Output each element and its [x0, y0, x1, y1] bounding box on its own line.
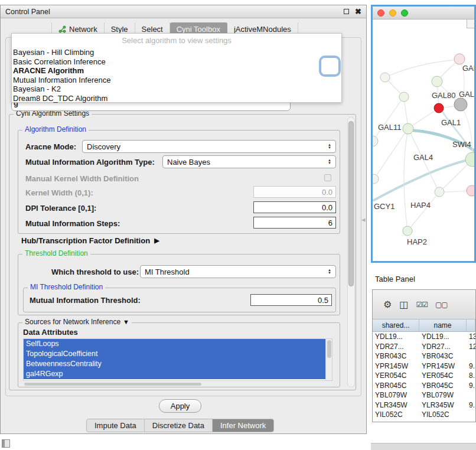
column-selector-icon[interactable]: ◫ — [399, 300, 408, 309]
select-all-icon[interactable]: ☑☑ — [416, 301, 428, 308]
hub-definition-toggle[interactable]: Hub/Transcription Factor Definition ▶ — [21, 236, 159, 245]
network-edge[interactable] — [373, 97, 403, 141]
table-row[interactable]: YDR27... YDR27... 12 — [373, 342, 475, 352]
network-node[interactable] — [403, 226, 412, 236]
network-edge[interactable] — [409, 109, 438, 128]
data-attributes-label: Data Attributes — [23, 328, 78, 337]
settings-gear-icon[interactable]: ⚙ — [383, 300, 392, 309]
algorithm-option[interactable]: Bayesian - Hill Climbing — [12, 48, 341, 57]
cell-name: YPR145W — [419, 361, 467, 371]
tab-discretize-data[interactable]: Discretize Data — [145, 419, 213, 432]
float-window-icon[interactable] — [344, 9, 349, 14]
manual-kernel-label: Manual Kernel Width Definition — [25, 174, 139, 183]
control-panel-title: Control Panel — [5, 8, 50, 16]
network-node[interactable] — [403, 123, 413, 134]
sidebar-toggle-icon[interactable] — [2, 439, 10, 448]
node-label: SWI4 — [452, 140, 471, 149]
cell-value — [467, 351, 475, 361]
scrollbar-thumb[interactable] — [327, 340, 331, 358]
panel-collapse-icon[interactable]: ◂ — [361, 215, 366, 224]
cell-shared-name: YLR345W — [373, 400, 419, 410]
network-edge[interactable] — [374, 129, 407, 178]
deselect-all-icon[interactable]: ▢▢ — [435, 301, 448, 308]
zoom-traffic-light-icon[interactable] — [401, 9, 408, 17]
column-header[interactable]: shared... — [373, 319, 419, 332]
scrollbar-thumb[interactable] — [24, 383, 201, 386]
apply-button[interactable]: Apply — [159, 399, 201, 413]
desktop: Control Panel ✖ Network Style Select — [0, 0, 476, 450]
algorithm-option[interactable]: Mutual Information Inference — [12, 76, 341, 85]
network-node[interactable] — [380, 73, 390, 82]
table-row[interactable]: YPR145W YPR145W 9. — [373, 361, 475, 371]
network-edge[interactable] — [386, 60, 459, 77]
table-row[interactable]: YBR045C YBR045C 9. — [373, 381, 475, 391]
algorithm-option-selected[interactable]: ARACNE Algorithm — [12, 66, 341, 76]
settings-scrollbar[interactable] — [347, 117, 355, 387]
table-row[interactable]: YIL052C YIL052C — [373, 410, 475, 420]
node-label: HAP4 — [410, 201, 431, 210]
table-row[interactable]: YER054C YER054C 8. — [373, 371, 475, 381]
cell-name: YDL19... — [419, 332, 467, 342]
column-header[interactable]: name — [419, 319, 467, 332]
network-node[interactable] — [467, 185, 474, 196]
control-panel-titlebar: Control Panel ✖ — [1, 5, 366, 18]
table-row[interactable]: YDL19... YDL19... 13 — [373, 332, 475, 342]
scrollbar-thumb[interactable] — [348, 121, 354, 286]
mi-threshold-field[interactable]: 0.5 — [250, 294, 332, 306]
which-threshold-select[interactable]: MI Threshold ▲▼ — [140, 265, 336, 278]
network-node[interactable] — [454, 54, 465, 64]
algorithm-definition-title: Algorithm Definition — [22, 125, 89, 133]
focused-combo-button[interactable] — [321, 57, 339, 75]
network-node[interactable] — [454, 98, 467, 111]
algorithm-option[interactable]: Bayesian - K2 — [12, 84, 341, 94]
network-edge[interactable] — [440, 160, 472, 191]
minimize-traffic-light-icon[interactable] — [389, 9, 396, 17]
network-node[interactable] — [465, 152, 474, 167]
mi-threshold-group: MI Threshold Definition Mutual Informati… — [23, 288, 336, 312]
network-node[interactable] — [434, 103, 444, 113]
table-row[interactable]: YLR345W YLR345W 9. — [373, 400, 475, 410]
attribute-item[interactable]: TopologicalCoefficient — [24, 349, 327, 359]
network-edge[interactable] — [374, 159, 473, 200]
mi-type-value: Naive Bayes — [167, 158, 210, 167]
network-node[interactable] — [432, 76, 442, 87]
mi-steps-field[interactable]: 6 — [253, 217, 336, 229]
algorithm-option[interactable]: Basic Correlation Inference — [12, 57, 341, 67]
kernel-width-field[interactable]: 0.0 — [253, 186, 336, 198]
canvas-scrollbar-corner[interactable] — [467, 19, 474, 28]
tab-impute-data[interactable]: Impute Data — [87, 419, 145, 432]
tab-infer-network[interactable]: Infer Network — [213, 419, 273, 432]
attribute-item[interactable]: gal4RGexp — [24, 369, 327, 379]
close-icon[interactable]: ✖ — [355, 8, 361, 15]
network-edge[interactable] — [404, 129, 408, 230]
close-traffic-light-icon[interactable] — [377, 9, 384, 17]
network-node[interactable] — [373, 136, 378, 146]
node-label: GAL1 — [441, 118, 461, 127]
cell-shared-name: YDR27... — [373, 342, 419, 352]
network-edge[interactable] — [408, 193, 439, 230]
which-threshold-label: Which threshold to use: — [51, 268, 139, 276]
network-node[interactable] — [399, 92, 409, 102]
cell-name: YLR345W — [419, 400, 467, 410]
network-edge[interactable] — [461, 105, 472, 159]
table-row[interactable]: YBR043C YBR043C — [373, 351, 475, 361]
dpi-tolerance-field[interactable]: 0.0 — [253, 201, 336, 213]
table-row[interactable]: YBL079W YBL079W — [373, 390, 475, 400]
attribute-item[interactable]: SelfLoops — [24, 339, 327, 349]
column-header[interactable] — [467, 319, 475, 332]
list-vertical-scrollbar[interactable] — [325, 339, 332, 380]
list-horizontal-scrollbar[interactable] — [23, 382, 332, 386]
network-window-titlebar[interactable] — [373, 6, 474, 19]
aracne-mode-select[interactable]: Discovery ▲▼ — [82, 140, 336, 153]
network-canvas[interactable]: GAL8GAL80GAL10GAL11GAL1SWI4GAL4GCY1HAP4H… — [373, 19, 474, 261]
algorithm-option[interactable]: Dream8 DC_TDC Algorithm — [12, 94, 341, 103]
bottom-tab-group: Impute Data Discretize Data Infer Networ… — [86, 419, 274, 432]
bottom-strip — [371, 443, 476, 450]
network-node[interactable] — [435, 187, 444, 197]
mi-type-select[interactable]: Naive Bayes ▲▼ — [162, 155, 336, 168]
network-node[interactable] — [373, 174, 379, 184]
sources-group-title[interactable]: Sources for Network Inference ▼ — [22, 318, 132, 326]
table-panel-title: Table Panel — [375, 275, 415, 283]
manual-kernel-checkbox[interactable] — [324, 174, 331, 181]
attribute-item[interactable]: BetweennessCentrality — [24, 359, 327, 369]
